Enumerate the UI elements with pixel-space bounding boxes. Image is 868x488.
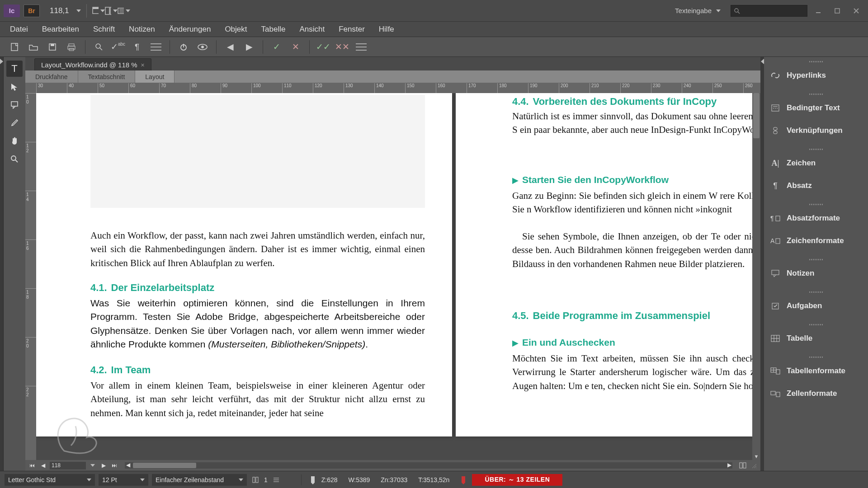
bridge-badge[interactable]: Br <box>24 5 40 17</box>
new-icon[interactable] <box>5 40 24 54</box>
panel-character-styles[interactable]: AZeichenformate <box>764 230 868 252</box>
horizontal-scrollbar[interactable]: ◀ ▶ <box>125 462 732 469</box>
scroll-left-icon[interactable]: ◀ <box>124 461 132 469</box>
panel-links[interactable]: Verknüpfungen <box>764 119 868 142</box>
page-field[interactable]: 118 <box>50 462 86 469</box>
eyedropper-tool[interactable] <box>6 115 23 131</box>
first-page-icon[interactable]: ⏮ <box>28 461 36 469</box>
panel-menu-2[interactable] <box>352 40 370 54</box>
panel-conditional-text[interactable]: Bedingter Text <box>764 97 868 119</box>
menu-aenderungen[interactable]: Änderungen <box>163 23 217 36</box>
scrollbar-thumb[interactable] <box>133 463 196 468</box>
help-search[interactable] <box>731 5 807 17</box>
panel-paragraph-styles[interactable]: ¶Absatzformate <box>764 207 868 230</box>
menu-ansicht[interactable]: Ansicht <box>293 23 331 36</box>
panel-assignments[interactable]: Aufgaben <box>764 295 868 317</box>
vertical-scrollbar[interactable]: ▲ ▼ <box>752 93 760 460</box>
spellcheck-icon[interactable]: ✓abc <box>109 40 127 54</box>
menu-objekt[interactable]: Objekt <box>218 23 253 36</box>
last-page-icon[interactable]: ⏭ <box>110 461 118 469</box>
menu-schrift[interactable]: Schrift <box>87 23 121 36</box>
position-tool[interactable] <box>6 79 23 95</box>
workspace-switcher[interactable]: Texteingabe <box>670 5 725 16</box>
menu-notizen[interactable]: Notizen <box>123 23 161 36</box>
font-size-dropdown[interactable]: 12 Pt <box>99 474 148 486</box>
panel-menu-1[interactable] <box>147 40 165 54</box>
columns-icon[interactable] <box>250 475 260 485</box>
panel-grip[interactable] <box>764 59 868 64</box>
preview-icon[interactable] <box>193 40 212 54</box>
tab-druckfahne[interactable]: Druckfahne <box>25 70 78 83</box>
arrange-docs-icon[interactable] <box>105 5 118 17</box>
panel-cell-styles[interactable]: Zellenformate <box>764 382 868 405</box>
baseline-grid-icon[interactable] <box>271 475 281 485</box>
panel-menu-3[interactable] <box>285 475 295 485</box>
menu-bearbeiten[interactable]: Bearbeiten <box>36 23 85 36</box>
body-paragraph[interactable]: Natürlich ist es immer sinnvoll, das Dok… <box>512 109 752 137</box>
accept-all-icon[interactable]: ✓✓ <box>314 40 332 54</box>
next-page-icon[interactable]: ▶ <box>99 461 108 469</box>
subheading[interactable]: Starten Sie den InCopyWorkflow <box>522 174 669 185</box>
close-button[interactable] <box>848 5 864 17</box>
panel-grip[interactable] <box>764 289 868 295</box>
body-paragraph[interactable]: Möchten Sie im Text arbeiten, müssen Sie… <box>512 352 752 393</box>
zoom-tool[interactable] <box>6 151 23 167</box>
menu-hilfe[interactable]: Hilfe <box>373 23 401 36</box>
panel-grip[interactable] <box>764 146 868 152</box>
type-tool[interactable]: T <box>6 61 23 77</box>
menu-tabelle[interactable]: Tabelle <box>255 23 292 36</box>
menu-datei[interactable]: Datei <box>4 23 34 36</box>
reject-all-icon[interactable]: ✕✕ <box>333 40 351 54</box>
document-canvas[interactable]: Auch ein Workflow, der passt, kann nach … <box>36 93 752 460</box>
prev-change-icon[interactable]: ◀ <box>221 40 239 54</box>
panel-table[interactable]: Tabelle <box>764 327 868 350</box>
panel-character[interactable]: A|Zeichen <box>764 152 868 174</box>
find-icon[interactable] <box>90 40 108 54</box>
panel-grip[interactable] <box>764 322 868 327</box>
body-paragraph[interactable]: Vor allem in einem kleinen Team, beispie… <box>90 379 425 420</box>
panel-grip[interactable] <box>764 257 868 262</box>
panel-paragraph[interactable]: ¶Absatz <box>764 174 868 197</box>
split-view-icon[interactable] <box>739 461 747 469</box>
note-tool[interactable] <box>6 97 23 113</box>
open-icon[interactable] <box>24 40 42 54</box>
right-dock-gutter[interactable] <box>760 57 764 471</box>
scroll-down-icon[interactable]: ▼ <box>752 453 760 460</box>
screen-mode-icon[interactable] <box>92 5 105 17</box>
body-paragraph[interactable]: Ganz zu Beginn: Sie befinden sich gleich… <box>512 189 752 216</box>
page-dropdown-icon[interactable] <box>89 461 97 469</box>
panel-table-styles[interactable]: Tabellenformate <box>764 360 868 382</box>
print-icon[interactable] <box>62 40 80 54</box>
panel-menu-4[interactable] <box>573 475 583 485</box>
panel-grip[interactable] <box>764 91 868 97</box>
font-family-dropdown[interactable]: Letter Gothic Std <box>5 474 95 486</box>
tab-layout[interactable]: Layout <box>135 70 175 83</box>
heading-title[interactable]: Der Einzelarbeitsplatz <box>111 282 215 293</box>
panel-grip[interactable] <box>764 354 868 360</box>
panel-grip[interactable] <box>764 202 868 207</box>
menu-fenster[interactable]: Fenster <box>332 23 371 36</box>
accept-change-icon[interactable]: ✓ <box>268 40 286 54</box>
hand-tool[interactable] <box>6 133 23 149</box>
body-paragraph[interactable]: Auch ein Workflow, der passt, kann nach … <box>90 229 425 270</box>
scroll-right-icon[interactable]: ▶ <box>725 461 733 469</box>
left-dock-gutter[interactable] <box>0 57 4 471</box>
panel-hyperlinks[interactable]: Hyperlinks <box>764 64 868 87</box>
maximize-button[interactable] <box>829 5 845 17</box>
subheading[interactable]: Ein und Auschecken <box>522 337 615 347</box>
minimize-button[interactable] <box>810 5 826 17</box>
close-tab-icon[interactable]: × <box>141 61 145 69</box>
prev-page-icon[interactable]: ◀ <box>39 461 47 469</box>
resize-grip-icon[interactable] <box>750 461 758 469</box>
next-change-icon[interactable]: ▶ <box>240 40 258 54</box>
reject-change-icon[interactable]: ✕ <box>287 40 305 54</box>
heading-title[interactable]: Vorbereiten des Dokuments für InCopy <box>533 96 717 107</box>
leading-dropdown[interactable]: Einfacher Zeilenabstand <box>152 474 247 486</box>
view-options-icon[interactable] <box>118 5 130 17</box>
body-paragraph[interactable]: Sie sehen Symbole, die Ihnen anzeigen, o… <box>512 230 752 271</box>
body-paragraph[interactable]: Was Sie weiterhin optimieren können, sin… <box>90 296 425 352</box>
heading-title[interactable]: Beide Programme im Zusammenspiel <box>533 310 710 321</box>
document-tab[interactable]: Layout_Workflow.indd @ 118 % × <box>34 58 151 70</box>
zoom-level[interactable]: 118,1 <box>50 6 81 15</box>
tab-textabschnitt[interactable]: Textabschnitt <box>78 70 136 83</box>
